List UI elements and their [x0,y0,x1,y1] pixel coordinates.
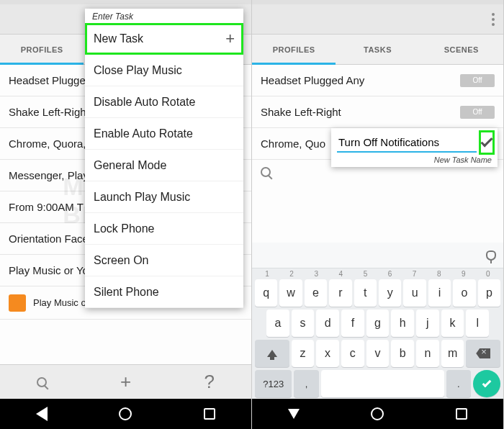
task-item[interactable]: Lock Phone [85,213,243,245]
task-item[interactable]: Screen On [85,245,243,276]
key[interactable]: m [441,340,464,367]
key[interactable]: d [316,310,339,337]
plus-icon: + [225,30,235,48]
space-key[interactable] [321,370,444,397]
backspace-key[interactable] [466,340,500,367]
new-task-item[interactable]: New Task + [85,23,243,55]
key[interactable]: u [403,279,426,307]
key[interactable]: p [478,279,500,307]
key[interactable]: x [316,340,339,367]
popup-title: Enter Task [85,9,243,23]
help-button[interactable]: ? [168,365,251,399]
nav-home-icon[interactable] [119,407,132,420]
bottom-bar: + ? [0,364,251,399]
key[interactable]: e [305,279,327,307]
task-item[interactable]: Launch Play Music [85,181,243,213]
task-select-popup: Enter Task New Task + Close Play Music D… [85,9,243,308]
key[interactable]: n [416,340,439,367]
shift-key[interactable] [255,340,289,367]
key[interactable]: a [266,310,289,337]
tab-tasks[interactable]: TASKS [336,35,419,64]
list-item[interactable]: Shake Left-Right Off [252,96,503,128]
tab-scenes[interactable]: SCENES [420,35,503,64]
task-item[interactable]: Disable Auto Rotate [85,86,243,118]
key-row-1: q w e r t y u i o p [252,278,503,308]
toggle-off[interactable]: Off [460,74,495,87]
key[interactable]: z [292,340,315,367]
search-button[interactable] [0,365,84,399]
key[interactable]: c [341,340,364,367]
key[interactable]: k [441,310,464,337]
key[interactable]: h [391,310,414,337]
symbols-key[interactable]: ?123 [255,370,292,397]
search-button[interactable] [261,167,279,186]
tab-profiles[interactable]: PROFILES [252,35,336,64]
period-key[interactable]: . [446,370,471,397]
suggestion-bar [252,243,503,268]
tab-bar: PROFILES TASKS SCENES [252,35,503,65]
play-music-icon [9,294,26,312]
phone-right: PROFILES TASKS SCENES Headset Plugged An… [252,0,504,429]
key[interactable]: f [341,310,364,337]
key[interactable]: g [366,310,390,337]
phone-left: PROFILES TASKS SCENES Headset Plugged Sh… [0,0,252,429]
confirm-button[interactable] [481,132,492,153]
search-icon [37,377,47,387]
new-task-label: New Task [94,32,143,45]
list-item[interactable]: Headset Plugged Any Off [252,65,503,96]
shift-icon [267,350,277,357]
nav-recents-icon[interactable] [204,408,215,420]
key[interactable]: l [466,310,489,337]
key[interactable]: o [453,279,475,307]
key[interactable]: b [391,340,414,367]
key[interactable]: j [416,310,439,337]
search-icon [261,167,271,177]
check-icon [482,378,492,387]
task-item[interactable]: Close Play Music [85,55,243,86]
tab-profiles[interactable]: PROFILES [0,35,84,64]
backspace-icon [476,348,490,358]
key[interactable]: t [354,279,377,307]
nav-back-icon[interactable] [36,407,48,421]
key[interactable]: i [428,279,451,307]
task-name-input[interactable] [337,133,477,153]
toggle-off[interactable]: Off [460,106,495,119]
add-button[interactable]: + [84,365,167,399]
key[interactable]: r [329,279,351,307]
overflow-icon[interactable] [492,13,496,26]
key-row-3: z x c v b n m [252,338,503,369]
key-row-4: ?123 , . [252,369,503,399]
check-icon [481,135,493,148]
app-bar [252,4,503,35]
task-item[interactable]: Enable Auto Rotate [85,118,243,150]
key-row-2: a s d f g h j k l [252,308,503,338]
nav-recents-icon[interactable] [456,408,467,420]
android-nav-bar [0,399,251,429]
task-item[interactable]: General Mode [85,150,243,181]
comma-key[interactable]: , [294,370,318,397]
new-task-name-card: New Task Name [331,128,498,167]
android-nav-bar [252,399,503,429]
key[interactable]: q [255,279,277,307]
key[interactable]: v [366,340,390,367]
key[interactable]: y [379,279,401,307]
key[interactable]: s [292,310,315,337]
mic-icon[interactable] [486,250,496,261]
nav-back-icon[interactable] [288,409,300,419]
enter-key[interactable] [473,370,500,397]
nav-home-icon[interactable] [371,407,384,420]
task-item[interactable]: Silent Phone [85,276,243,308]
task-name-hint: New Task Name [337,155,492,164]
soft-keyboard: 1234567890 q w e r t y u i o p a s d f g… [252,243,503,399]
key[interactable]: w [279,279,302,307]
number-hint-row: 1234567890 [252,268,503,278]
